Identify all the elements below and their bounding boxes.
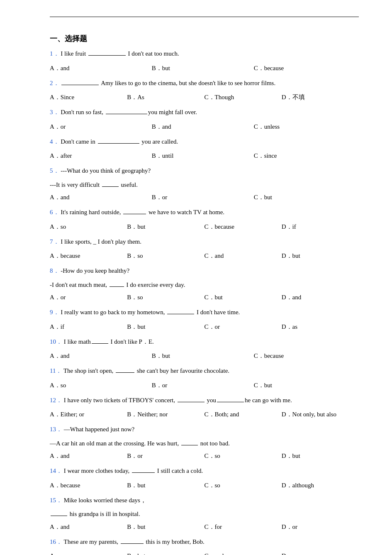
option-10c: C．because: [254, 350, 356, 362]
option-14b: B．but: [127, 480, 204, 491]
question-5: 5． ---What do you think of geography? --…: [50, 166, 359, 203]
question-14: 14． I wear more clothes today, I still c…: [50, 466, 359, 491]
question-3: 3． Don't run so fast, you might fall ove…: [50, 107, 359, 132]
option-5b: B．or: [152, 192, 254, 203]
option-2b: B．As: [127, 92, 204, 103]
option-6a: A．so: [50, 221, 127, 232]
question-16: 16． These are my parents, this is my bro…: [50, 537, 359, 555]
question-8: 8． -How do you keep healthy? -I don't ea…: [50, 266, 359, 303]
question-2: 2． Amy likes to go to the cinema, but sh…: [50, 78, 359, 103]
option-5a: A．and: [50, 192, 152, 203]
option-16b: B．but: [127, 550, 204, 555]
question-11: 11． The shop isn't open, she can't buy h…: [50, 366, 359, 391]
option-2a: A．Since: [50, 92, 127, 103]
option-3a: A．or: [50, 121, 152, 132]
option-16a: A．so: [50, 550, 127, 555]
option-13a: A．and: [50, 450, 127, 462]
option-13d: D．but: [282, 450, 359, 462]
option-6b: B．but: [127, 221, 204, 232]
question-13: 13． —What happened just now? —A car hit …: [50, 424, 359, 462]
question-1: 1． I like fruit I don't eat too much. A．…: [50, 49, 359, 74]
option-10a: A．and: [50, 350, 152, 362]
option-5c: C．but: [254, 192, 356, 203]
option-7a: A．because: [50, 250, 127, 262]
top-divider: [50, 17, 359, 17]
option-7c: C．and: [205, 250, 282, 262]
option-4a: A．after: [50, 150, 152, 161]
question-9: 9． I really want to go back to my hometo…: [50, 307, 359, 333]
question-10: 10． I like math I don't like P．E. A．and …: [50, 337, 359, 362]
option-13b: B．or: [127, 450, 204, 462]
option-15b: B．but: [127, 521, 204, 533]
option-12b: B．Neither; nor: [127, 409, 204, 420]
option-7b: B．so: [127, 250, 204, 262]
option-1b: B．but: [152, 63, 254, 74]
option-10b: B．but: [152, 350, 254, 362]
option-14a: A．because: [50, 480, 127, 491]
option-6d: D．if: [282, 221, 359, 232]
option-3b: B．and: [152, 121, 254, 132]
option-2d: D．不填: [282, 92, 359, 103]
option-1a: A．and: [50, 63, 152, 74]
option-2c: C．Though: [205, 92, 282, 103]
option-9a: A．if: [50, 321, 127, 333]
option-4b: B．until: [152, 150, 254, 161]
question-6: 6． It's raining hard outside, we have to…: [50, 207, 359, 232]
option-1c: C．because: [254, 63, 356, 74]
option-12a: A．Either; or: [50, 409, 127, 420]
option-13c: C．so: [205, 450, 282, 462]
option-14d: D．although: [282, 480, 359, 491]
question-7: 7． I like sports, _ I don't play them. A…: [50, 237, 359, 262]
question-4: 4． Don't came in you are called. A．after…: [50, 137, 359, 162]
option-15a: A．and: [50, 521, 127, 533]
option-9b: B．but: [127, 321, 204, 333]
option-16c: C．and: [205, 550, 282, 555]
question-12: 12． I have only two tickets of TFBOYS' c…: [50, 395, 359, 421]
option-8b: B．so: [127, 292, 204, 303]
option-12c: C．Both; and: [205, 409, 282, 420]
option-16d: D．or: [282, 550, 359, 555]
option-9c: C．or: [205, 321, 282, 333]
option-11b: B．or: [152, 380, 254, 391]
option-8c: C．but: [205, 292, 282, 303]
option-15d: D．or: [282, 521, 359, 533]
option-8a: A．or: [50, 292, 127, 303]
option-15c: C．for: [205, 521, 282, 533]
option-6c: C．because: [205, 221, 282, 232]
option-4c: C．since: [254, 150, 356, 161]
option-9d: D．as: [282, 321, 359, 333]
question-15: 15． Mike looks worried these days， his g…: [50, 495, 359, 533]
option-8d: D．and: [282, 292, 359, 303]
option-11a: A．so: [50, 380, 152, 391]
option-11c: C．but: [254, 380, 356, 391]
option-7d: D．but: [282, 250, 359, 262]
section-title: 一、选择题: [50, 34, 359, 44]
option-12d: D．Not only, but also: [282, 409, 359, 420]
option-3c: C．unless: [254, 121, 356, 132]
option-14c: C．so: [205, 480, 282, 491]
